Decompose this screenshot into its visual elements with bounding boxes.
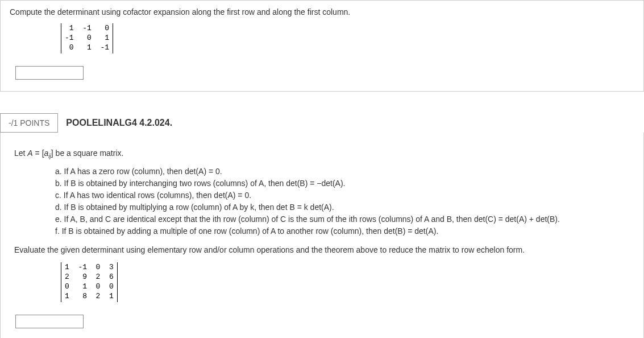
theorem-f: f. If B is obtained by adding a multiple… (55, 225, 634, 237)
let-a-post: ] be a square matrix. (51, 149, 124, 158)
matrix-row: 0 1 -1 (65, 43, 109, 53)
matrix-row: 1 8 2 1 (65, 292, 114, 302)
matrix-row: -1 0 1 (65, 34, 109, 43)
q1-matrix-wrap: 1 -1 0 -1 0 1 0 1 -1 (61, 23, 634, 53)
theorem-list: a. If A has a zero row (column), then de… (55, 166, 634, 237)
evaluate-prompt: Evaluate the given determinant using ele… (14, 245, 634, 254)
q1-matrix: 1 -1 0 -1 0 1 0 1 -1 (61, 23, 113, 53)
q2-answer-input[interactable] (15, 315, 84, 328)
theorem-e: e. If A, B, and C are identical except t… (55, 213, 634, 225)
matrix-row: 0 1 0 0 (65, 282, 114, 292)
q2-matrix: 1 -1 0 3 2 9 2 6 0 1 0 0 1 8 2 1 (61, 262, 118, 302)
theorem-a: a. If A has a zero row (column), then de… (55, 166, 634, 178)
let-a-eq: = [ (33, 149, 44, 158)
question-ref: POOLELINALG4 4.2.024. (58, 113, 180, 133)
let-a-statement: Let A = [aij] be a square matrix. (14, 149, 634, 159)
question-1-block: Compute the determinant using cofactor e… (0, 0, 644, 92)
theorem-b: b. If B is obtained by interchanging two… (55, 178, 634, 189)
points-badge: -/1 POINTS (0, 113, 58, 133)
question-2-block: Let A = [aij] be a square matrix. a. If … (0, 133, 644, 338)
let-a-pre: Let (14, 149, 27, 158)
theorem-c: c. If A has two identical rows (columns)… (55, 189, 634, 201)
theorem-d: d. If B is obtained by multiplying a row… (55, 201, 634, 213)
q1-answer-input[interactable] (15, 66, 84, 80)
let-a-A: A (27, 149, 32, 158)
matrix-row: 1 -1 0 (65, 24, 109, 34)
matrix-row: 2 9 2 6 (65, 273, 114, 282)
q1-prompt: Compute the determinant using cofactor e… (10, 7, 634, 17)
question-2-header: -/1 POINTS POOLELINALG4 4.2.024. (0, 113, 644, 133)
q2-matrix-wrap: 1 -1 0 3 2 9 2 6 0 1 0 0 1 8 2 1 (61, 262, 634, 302)
matrix-row: 1 -1 0 3 (65, 263, 114, 273)
